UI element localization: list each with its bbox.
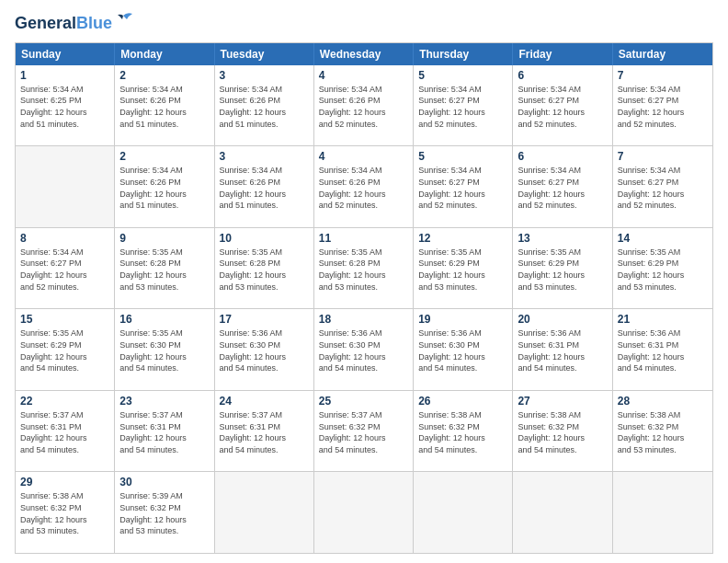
day-cell-10: 10Sunrise: 5:35 AM Sunset: 6:28 PM Dayli… [215,228,314,309]
day-info: Sunrise: 5:34 AM Sunset: 6:27 PM Dayligh… [518,165,607,211]
day-number: 6 [518,150,607,163]
logo-text: GeneralBlue [15,15,112,33]
day-info: Sunrise: 5:34 AM Sunset: 6:27 PM Dayligh… [418,84,507,130]
day-cell-23: 23Sunrise: 5:37 AM Sunset: 6:31 PM Dayli… [115,391,214,472]
day-cell-6: 6Sunrise: 5:34 AM Sunset: 6:27 PM Daylig… [513,146,612,227]
day-cell-15: 15Sunrise: 5:35 AM Sunset: 6:29 PM Dayli… [16,309,115,390]
day-cell-7: 7Sunrise: 5:34 AM Sunset: 6:27 PM Daylig… [613,146,712,227]
day-cell-25: 25Sunrise: 5:37 AM Sunset: 6:32 PM Dayli… [314,391,414,472]
col-header-saturday: Saturday [613,43,712,65]
day-info: Sunrise: 5:38 AM Sunset: 6:32 PM Dayligh… [418,409,507,455]
day-info: Sunrise: 5:35 AM Sunset: 6:29 PM Dayligh… [618,247,708,293]
day-number: 30 [119,476,209,488]
day-info: Sunrise: 5:34 AM Sunset: 6:26 PM Dayligh… [119,84,209,130]
day-number: 2 [119,69,209,82]
day-cell-empty [215,472,314,553]
col-header-tuesday: Tuesday [215,43,314,65]
day-number: 24 [220,395,309,408]
day-info: Sunrise: 5:36 AM Sunset: 6:30 PM Dayligh… [418,327,507,373]
day-number: 10 [220,232,309,245]
day-cell-29: 29Sunrise: 5:38 AM Sunset: 6:32 PM Dayli… [16,472,115,553]
day-info: Sunrise: 5:34 AM Sunset: 6:26 PM Dayligh… [220,165,309,211]
col-header-wednesday: Wednesday [314,43,414,65]
day-cell-16: 16Sunrise: 5:35 AM Sunset: 6:30 PM Dayli… [115,309,214,390]
day-info: Sunrise: 5:38 AM Sunset: 6:32 PM Dayligh… [20,490,109,536]
day-cell-5: 5Sunrise: 5:34 AM Sunset: 6:27 PM Daylig… [414,65,513,146]
day-cell-27: 27Sunrise: 5:38 AM Sunset: 6:32 PM Dayli… [513,391,612,472]
logo-bird-icon [114,12,134,29]
day-number: 29 [20,476,109,488]
day-cell-2: 2Sunrise: 5:34 AM Sunset: 6:26 PM Daylig… [115,65,214,146]
day-number: 7 [618,69,708,82]
day-info: Sunrise: 5:37 AM Sunset: 6:31 PM Dayligh… [20,409,109,455]
day-info: Sunrise: 5:36 AM Sunset: 6:31 PM Dayligh… [518,327,607,373]
day-cell-3: 3Sunrise: 5:34 AM Sunset: 6:26 PM Daylig… [215,146,314,227]
day-number: 6 [518,69,607,82]
page: GeneralBlue SundayMondayTuesdayWednesday… [0,0,728,563]
calendar-header: SundayMondayTuesdayWednesdayThursdayFrid… [16,43,712,65]
calendar-row-4: 22Sunrise: 5:37 AM Sunset: 6:31 PM Dayli… [16,390,712,472]
day-cell-empty [414,472,513,553]
calendar-row-0: 1Sunrise: 5:34 AM Sunset: 6:25 PM Daylig… [16,65,712,146]
day-cell-1: 1Sunrise: 5:34 AM Sunset: 6:25 PM Daylig… [16,65,115,146]
day-info: Sunrise: 5:38 AM Sunset: 6:32 PM Dayligh… [518,409,607,455]
day-number: 22 [20,395,109,408]
calendar-row-3: 15Sunrise: 5:35 AM Sunset: 6:29 PM Dayli… [16,308,712,390]
day-cell-30: 30Sunrise: 5:39 AM Sunset: 6:32 PM Dayli… [115,472,214,553]
day-cell-5: 5Sunrise: 5:34 AM Sunset: 6:27 PM Daylig… [414,146,513,227]
day-cell-14: 14Sunrise: 5:35 AM Sunset: 6:29 PM Dayli… [613,228,712,309]
day-number: 4 [319,150,408,163]
day-info: Sunrise: 5:34 AM Sunset: 6:27 PM Dayligh… [418,165,507,211]
day-number: 21 [618,313,708,326]
day-number: 27 [518,395,607,408]
day-info: Sunrise: 5:36 AM Sunset: 6:30 PM Dayligh… [220,327,309,373]
day-cell-4: 4Sunrise: 5:34 AM Sunset: 6:26 PM Daylig… [314,146,414,227]
day-info: Sunrise: 5:35 AM Sunset: 6:29 PM Dayligh… [20,327,109,373]
day-info: Sunrise: 5:34 AM Sunset: 6:26 PM Dayligh… [319,84,408,130]
day-number: 3 [220,150,309,163]
day-info: Sunrise: 5:39 AM Sunset: 6:32 PM Dayligh… [119,490,209,536]
day-cell-empty [314,472,414,553]
day-info: Sunrise: 5:34 AM Sunset: 6:27 PM Dayligh… [618,84,708,130]
logo: GeneralBlue [15,15,134,33]
day-number: 5 [418,69,507,82]
day-cell-13: 13Sunrise: 5:35 AM Sunset: 6:29 PM Dayli… [513,228,612,309]
day-cell-empty [16,146,115,227]
day-number: 2 [119,150,209,163]
day-number: 13 [518,232,607,245]
day-info: Sunrise: 5:38 AM Sunset: 6:32 PM Dayligh… [618,409,708,455]
day-number: 11 [319,232,408,245]
col-header-sunday: Sunday [16,43,115,65]
calendar-row-5: 29Sunrise: 5:38 AM Sunset: 6:32 PM Dayli… [16,471,712,553]
day-cell-18: 18Sunrise: 5:36 AM Sunset: 6:30 PM Dayli… [314,309,414,390]
day-info: Sunrise: 5:36 AM Sunset: 6:31 PM Dayligh… [618,327,708,373]
day-number: 3 [220,69,309,82]
day-number: 14 [618,232,708,245]
col-header-friday: Friday [513,43,612,65]
day-number: 7 [618,150,708,163]
day-info: Sunrise: 5:35 AM Sunset: 6:28 PM Dayligh… [220,247,309,293]
day-number: 16 [119,313,209,326]
day-info: Sunrise: 5:37 AM Sunset: 6:31 PM Dayligh… [220,409,309,455]
day-cell-9: 9Sunrise: 5:35 AM Sunset: 6:28 PM Daylig… [115,228,214,309]
day-cell-7: 7Sunrise: 5:34 AM Sunset: 6:27 PM Daylig… [613,65,712,146]
day-cell-24: 24Sunrise: 5:37 AM Sunset: 6:31 PM Dayli… [215,391,314,472]
day-cell-3: 3Sunrise: 5:34 AM Sunset: 6:26 PM Daylig… [215,65,314,146]
day-number: 1 [20,69,109,82]
day-cell-2: 2Sunrise: 5:34 AM Sunset: 6:26 PM Daylig… [115,146,214,227]
day-cell-22: 22Sunrise: 5:37 AM Sunset: 6:31 PM Dayli… [16,391,115,472]
day-info: Sunrise: 5:35 AM Sunset: 6:29 PM Dayligh… [418,247,507,293]
day-number: 23 [119,395,209,408]
header: GeneralBlue [15,15,713,33]
day-info: Sunrise: 5:34 AM Sunset: 6:26 PM Dayligh… [220,84,309,130]
calendar-row-2: 8Sunrise: 5:34 AM Sunset: 6:27 PM Daylig… [16,227,712,309]
day-cell-28: 28Sunrise: 5:38 AM Sunset: 6:32 PM Dayli… [613,391,712,472]
day-cell-11: 11Sunrise: 5:35 AM Sunset: 6:28 PM Dayli… [314,228,414,309]
day-number: 19 [418,313,507,326]
day-number: 20 [518,313,607,326]
day-cell-8: 8Sunrise: 5:34 AM Sunset: 6:27 PM Daylig… [16,228,115,309]
calendar: SundayMondayTuesdayWednesdayThursdayFrid… [15,42,713,554]
day-info: Sunrise: 5:34 AM Sunset: 6:26 PM Dayligh… [319,165,408,211]
day-info: Sunrise: 5:37 AM Sunset: 6:32 PM Dayligh… [319,409,408,455]
day-info: Sunrise: 5:34 AM Sunset: 6:26 PM Dayligh… [119,165,209,211]
